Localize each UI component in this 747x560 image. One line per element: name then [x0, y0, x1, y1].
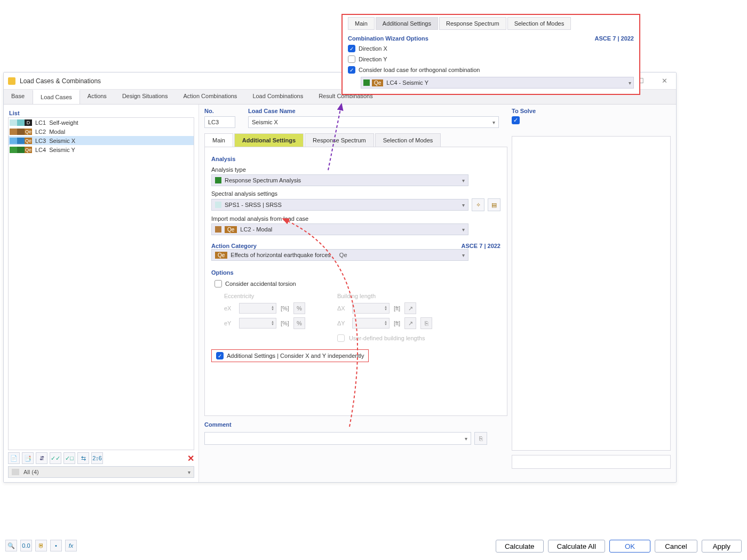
label-dy: ΔY	[337, 320, 348, 326]
input-dy[interactable]: ▲▼	[352, 318, 390, 329]
dropdown-import-modal[interactable]: Qe LC2 - Modal ▾	[211, 223, 468, 235]
preview-panel	[512, 136, 671, 451]
list-item[interactable]: Qe LC2 Modal	[9, 127, 194, 136]
dialog-title: Load Cases & Combinations	[20, 77, 101, 85]
checkbox-direction-x[interactable]: ✓	[348, 45, 355, 52]
filter-swatch-icon	[12, 469, 19, 475]
new-spectral-icon[interactable]: ✧	[472, 198, 484, 211]
window-close-icon[interactable]: ✕	[657, 77, 672, 85]
checkbox-direction-y[interactable]	[348, 55, 355, 63]
label-analysis-type: Analysis type	[211, 166, 500, 173]
footer-search-icon[interactable]: 🔍	[5, 540, 17, 551]
dropdown-action-category[interactable]: Qe Effects of horizontal earthquake forc…	[211, 249, 468, 261]
checkbox-userdef[interactable]	[337, 334, 345, 342]
label-spectral: Spectral analysis settings	[211, 190, 500, 197]
dialog-load-cases: Load Cases & Combinations — ☐ ✕ Base Loa…	[3, 72, 677, 483]
cancel-button[interactable]: Cancel	[655, 540, 697, 553]
callout-tab-response[interactable]: Response Spectrum	[439, 17, 506, 30]
chevron-down-icon: ▾	[492, 119, 495, 125]
checkbox-orthogonal[interactable]: ✓	[348, 66, 355, 74]
list-item-id: LC1	[35, 119, 46, 126]
section-options: Options	[211, 269, 500, 276]
tab-design-situations[interactable]: Design Situations	[115, 90, 176, 104]
section-action-category: Action Category	[211, 243, 257, 249]
edit-spectral-icon[interactable]: ▤	[488, 198, 500, 211]
label-to-solve: To Solve	[512, 108, 671, 114]
input-dx[interactable]: ▲▼	[352, 303, 390, 314]
label-name: Load Case Name	[248, 108, 499, 114]
filter-label: All (4)	[23, 469, 39, 475]
app-icon	[8, 77, 15, 85]
swatch-icon	[215, 226, 221, 233]
dropdown-analysis-type[interactable]: Response Spectrum Analysis ▾	[211, 174, 468, 186]
tab-load-combinations[interactable]: Load Combinations	[245, 90, 311, 104]
checkbox-xy-independent[interactable]: ✓	[216, 352, 224, 359]
inner-tab-main[interactable]: Main	[204, 133, 233, 147]
pick-x-icon[interactable]: ↗	[404, 302, 416, 314]
unit-pct: [%]	[281, 320, 289, 326]
unit-ft: [ft]	[394, 305, 400, 311]
chevron-down-icon: ▾	[462, 178, 465, 183]
filter-dropdown[interactable]: All (4) ▾	[8, 466, 194, 478]
qe-tag: Qe	[215, 252, 227, 259]
chevron-down-icon: ▾	[188, 469, 190, 475]
dropdown-spectral[interactable]: SPS1 - SRSS | SRSS ▾	[211, 199, 468, 211]
callout-tab-main[interactable]: Main	[348, 17, 375, 30]
input-ey[interactable]: ▲▼	[239, 318, 276, 329]
checkbox-torsion[interactable]	[214, 280, 222, 287]
ok-button[interactable]: OK	[609, 540, 650, 553]
checkbox-to-solve[interactable]: ✓	[512, 116, 520, 124]
footer-units-icon[interactable]: 0.0	[20, 540, 32, 551]
toolbar-sort-icon[interactable]: ⇆	[77, 452, 89, 464]
list-item[interactable]: Qe LC3 Seismic X	[9, 136, 194, 145]
list-item[interactable]: D LC1 Self-weight	[9, 118, 194, 127]
toolbar-copy-icon[interactable]: 📑	[22, 452, 34, 464]
pick-y-icon[interactable]: ↗	[404, 317, 416, 329]
qe-tag: Qe	[372, 79, 383, 86]
inner-tab-response[interactable]: Response Spectrum	[305, 133, 374, 147]
orthogonal-dropdown[interactable]: Qe LC4 - Seismic Y ▾	[361, 77, 634, 89]
swatch-icon	[215, 177, 221, 183]
list-item[interactable]: Qe LC4 Seismic Y	[9, 145, 194, 154]
comment-edit-icon[interactable]: ⎘	[474, 432, 487, 445]
inner-tab-additional[interactable]: Additional Settings	[234, 133, 304, 147]
label-xy-independent: Additional Settings | Consider X and Y i…	[227, 353, 364, 359]
callout-tab-additional[interactable]: Additional Settings	[376, 17, 438, 30]
chevron-down-icon: ▾	[629, 80, 631, 86]
footer-fx-icon[interactable]: fx	[65, 540, 77, 551]
callout-tab-modes[interactable]: Selection of Modes	[507, 17, 571, 30]
unit-pct: [%]	[281, 305, 289, 311]
calculate-all-button[interactable]: Calculate All	[548, 540, 605, 553]
label-orthogonal: Consider load case for orthogonal combin…	[359, 67, 480, 73]
footer-standard-icon[interactable]: ⛨	[35, 540, 47, 551]
percent-icon[interactable]: %	[293, 317, 305, 329]
tab-base[interactable]: Base	[4, 90, 33, 104]
toolbar-delete-icon[interactable]: ✕	[187, 453, 194, 463]
copy-lengths-icon[interactable]: ⎘	[420, 317, 432, 329]
apply-button[interactable]: Apply	[702, 540, 742, 553]
toolbar-renumber-icon[interactable]: 2↕6	[91, 452, 103, 464]
toolbar-check-all-icon[interactable]: ✓✓	[50, 452, 61, 464]
callout-section-code: ASCE 7 | 2022	[595, 35, 634, 42]
toolbar-uncheck-icon[interactable]: ✓□	[63, 452, 75, 464]
loadcase-list[interactable]: D LC1 Self-weight Qe LC2 Modal Qe LC3 Se…	[8, 117, 194, 450]
percent-icon[interactable]: %	[293, 302, 305, 314]
toolbar-new-icon[interactable]: 📄	[8, 452, 20, 464]
qe-tag: Qe	[225, 226, 237, 233]
inner-tab-modes[interactable]: Selection of Modes	[375, 133, 441, 147]
tab-load-cases[interactable]: Load Cases	[33, 90, 80, 104]
input-ex[interactable]: ▲▼	[239, 303, 276, 314]
tab-actions[interactable]: Actions	[80, 90, 115, 104]
field-name[interactable]: Seismic X ▾	[248, 116, 499, 128]
list-item-name: Seismic X	[49, 138, 75, 144]
footer-dot-icon[interactable]: •	[50, 540, 62, 551]
chevron-down-icon: ▾	[462, 202, 465, 208]
field-no[interactable]: LC3	[204, 116, 235, 128]
label-direction-x: Direction X	[359, 45, 387, 52]
list-item-id: LC2	[35, 129, 46, 135]
toolbar-number-icon[interactable]: ⇵	[36, 452, 47, 464]
comment-input[interactable]: ▾	[204, 432, 471, 445]
calculate-button[interactable]: Calculate	[496, 540, 544, 553]
tab-action-combinations[interactable]: Action Combinations	[176, 90, 245, 104]
sidebar-header: List	[9, 110, 194, 116]
